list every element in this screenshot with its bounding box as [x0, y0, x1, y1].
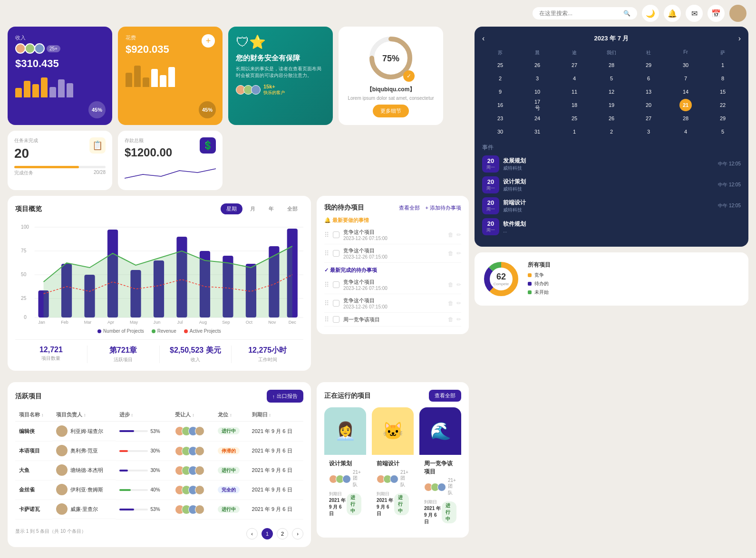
cal-day[interactable]: 24: [531, 112, 543, 125]
delete-icon-2[interactable]: 🗑: [448, 250, 454, 257]
export-report-button[interactable]: ↑ 出口报告: [267, 390, 304, 403]
cal-day[interactable]: 4: [679, 125, 692, 138]
svg-text:0: 0: [24, 315, 27, 320]
event-sub: 威特科技: [503, 186, 714, 192]
cal-day[interactable]: 29: [642, 59, 655, 71]
cal-day[interactable]: 25: [568, 112, 581, 125]
cal-day[interactable]: 22: [717, 99, 729, 111]
cal-day[interactable]: 2: [605, 125, 618, 138]
cal-day[interactable]: 8: [717, 72, 729, 85]
theme-toggle-button[interactable]: 🌙: [642, 5, 659, 22]
cal-day[interactable]: 5: [717, 125, 729, 138]
cal-day[interactable]: 14: [679, 86, 692, 98]
cal-day[interactable]: 17 号: [531, 99, 543, 111]
drag-handle-2[interactable]: ⠿: [324, 250, 329, 257]
tab-year[interactable]: 年: [263, 203, 280, 214]
mail-button[interactable]: ✉: [686, 5, 703, 22]
cal-day[interactable]: 3: [531, 72, 543, 85]
edit-icon-4[interactable]: ✏: [456, 300, 461, 307]
cal-day[interactable]: 21: [679, 99, 692, 111]
cal-day[interactable]: 29: [717, 112, 729, 125]
user-avatar[interactable]: [729, 5, 746, 22]
cal-day[interactable]: 31: [531, 125, 543, 138]
delete-icon[interactable]: 🗑: [448, 231, 454, 238]
next-page-button[interactable]: ›: [292, 528, 303, 539]
cal-day[interactable]: 27: [568, 59, 581, 71]
cal-day[interactable]: 28: [605, 59, 618, 71]
cal-day[interactable]: 15: [717, 86, 729, 98]
cal-day[interactable]: 9: [494, 86, 506, 98]
cal-day[interactable]: 10: [531, 86, 543, 98]
add-expense-button[interactable]: +: [202, 34, 215, 48]
page-1-button[interactable]: 1: [262, 528, 273, 539]
todo-checkbox-4[interactable]: [333, 300, 339, 307]
add-todo-button[interactable]: + 添加待办事项: [426, 204, 461, 212]
edit-icon-5[interactable]: ✏: [456, 316, 461, 323]
notifications-button[interactable]: 🔔: [664, 5, 681, 22]
delete-icon-4[interactable]: 🗑: [448, 300, 454, 307]
cal-day-header: Fr: [668, 48, 704, 58]
view-all-running-button[interactable]: 查看全部: [429, 390, 461, 402]
delete-icon-3[interactable]: 🗑: [448, 281, 454, 288]
cal-day[interactable]: 28: [679, 112, 692, 125]
cal-day[interactable]: 30: [679, 59, 692, 71]
cal-day[interactable]: 19: [605, 99, 618, 111]
edit-icon-3[interactable]: ✏: [456, 281, 461, 288]
cal-prev-button[interactable]: ‹: [482, 34, 485, 43]
cal-day[interactable]: 1: [568, 125, 581, 138]
view-all-todo-button[interactable]: 查看全部: [399, 204, 420, 212]
edit-icon[interactable]: ✏: [456, 231, 461, 238]
cal-day[interactable]: 26: [531, 59, 543, 71]
chart-stats: 12,721 项目数量 第721章 活跃项目 $2,50,523 美元 收入: [15, 339, 303, 363]
tab-month[interactable]: 月: [244, 203, 261, 214]
todo-checkbox-1[interactable]: [333, 231, 339, 238]
cal-day[interactable]: 6: [642, 72, 655, 85]
calendar-button[interactable]: 📅: [708, 5, 725, 22]
cal-day[interactable]: 13: [642, 86, 655, 98]
cal-day[interactable]: 5: [605, 72, 618, 85]
cal-day[interactable]: 26: [605, 112, 618, 125]
team-row: 21+ 团队: [424, 478, 456, 496]
cal-day[interactable]: 7: [679, 72, 692, 85]
cal-day[interactable]: 20: [642, 99, 655, 111]
cal-day[interactable]: 12: [605, 86, 618, 98]
cal-day[interactable]: 2: [494, 72, 506, 85]
search-input[interactable]: [539, 10, 620, 17]
todo-checkbox-3[interactable]: [333, 281, 339, 288]
cal-day[interactable]: 23: [494, 112, 506, 125]
cal-day[interactable]: 1: [717, 59, 729, 71]
prev-page-button[interactable]: ‹: [246, 528, 258, 539]
project-chart: 100 75 50 25 0: [15, 220, 303, 325]
edit-icon-2[interactable]: ✏: [456, 250, 461, 257]
cal-day[interactable]: 25: [494, 59, 506, 71]
bar-2: [24, 81, 30, 97]
drag-handle-4[interactable]: ⠿: [324, 299, 329, 307]
todo-checkbox-2[interactable]: [333, 250, 339, 257]
cal-day[interactable]: 18: [568, 99, 581, 111]
page-2-button[interactable]: 2: [277, 528, 288, 539]
cal-day[interactable]: 16: [494, 99, 506, 111]
cal-day[interactable]: 30: [494, 125, 506, 138]
more-details-button[interactable]: 更多细节: [373, 105, 409, 117]
event-item: 20 周一 发展规划 威特科技 中午 12:05: [482, 155, 741, 173]
cal-next-button[interactable]: ›: [738, 34, 741, 43]
cell-name: 本语项目: [15, 441, 52, 461]
running-project-card: 🌊 周一竞争该项目 21+ 团队 到期日 2021 年 9 月 6 日 进行中: [419, 407, 461, 530]
assignee-av-4: [195, 466, 204, 475]
cal-day[interactable]: 3: [642, 125, 655, 138]
svg-text:25: 25: [21, 296, 27, 301]
search-box[interactable]: 🔍: [533, 7, 637, 19]
tab-all[interactable]: 全部: [281, 203, 303, 214]
legend-compete: 竞争: [528, 272, 741, 279]
todo-checkbox-5[interactable]: [333, 316, 339, 323]
lead-avatar: [56, 425, 68, 437]
cal-day[interactable]: 4: [568, 72, 581, 85]
drag-handle[interactable]: ⠿: [324, 231, 329, 239]
tab-week[interactable]: 星期: [221, 203, 242, 214]
drag-handle-5[interactable]: ⠿: [324, 316, 329, 323]
event-date-num: 20: [486, 178, 495, 185]
cal-day[interactable]: 11: [568, 86, 581, 98]
delete-icon-5[interactable]: 🗑: [448, 316, 454, 323]
drag-handle-3[interactable]: ⠿: [324, 281, 329, 289]
cal-day[interactable]: 27: [642, 112, 655, 125]
